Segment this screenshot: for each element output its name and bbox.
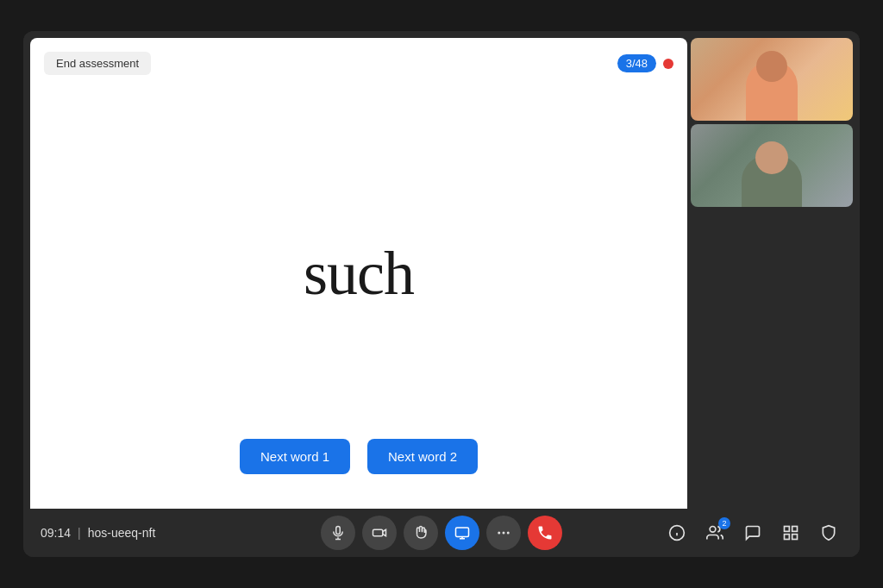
people-count-badge: 2 bbox=[718, 517, 730, 529]
main-content: End assessment 3/48 such Next word 1 Nex… bbox=[23, 31, 860, 509]
progress-badge: 3/48 bbox=[617, 54, 656, 72]
info-button[interactable] bbox=[663, 519, 691, 547]
action-buttons: Next word 1 Next word 2 bbox=[30, 439, 687, 474]
camera-icon bbox=[372, 525, 387, 541]
end-call-icon bbox=[536, 524, 554, 541]
more-options-button[interactable] bbox=[486, 516, 521, 550]
meeting-id: hos-ueeq-nft bbox=[88, 526, 156, 540]
svg-rect-3 bbox=[373, 529, 383, 536]
info-icon bbox=[668, 524, 686, 541]
svg-point-14 bbox=[710, 527, 716, 533]
end-call-button[interactable] bbox=[528, 516, 562, 550]
svg-point-10 bbox=[507, 532, 510, 535]
assessment-top-bar: End assessment 3/48 bbox=[44, 52, 673, 75]
video-panel bbox=[691, 38, 853, 207]
assessment-panel: End assessment 3/48 such Next word 1 Nex… bbox=[30, 38, 687, 509]
video-feed-child bbox=[691, 38, 853, 121]
toolbar-left: 09:14 | hos-ueeq-nft bbox=[41, 526, 155, 540]
toolbar: 09:14 | hos-ueeq-nft bbox=[23, 509, 860, 557]
svg-rect-18 bbox=[785, 535, 790, 540]
raise-hand-icon bbox=[413, 525, 429, 541]
svg-rect-16 bbox=[792, 527, 798, 532]
svg-point-8 bbox=[498, 532, 500, 535]
activities-icon bbox=[782, 524, 799, 541]
app-window: End assessment 3/48 such Next word 1 Nex… bbox=[23, 31, 860, 557]
svg-rect-15 bbox=[785, 527, 790, 532]
next-word-1-button[interactable]: Next word 1 bbox=[240, 439, 350, 474]
raise-hand-button[interactable] bbox=[404, 516, 438, 550]
svg-marker-4 bbox=[383, 529, 386, 536]
toolbar-divider: | bbox=[78, 526, 81, 540]
present-screen-icon bbox=[454, 525, 470, 541]
time-label: 09:14 bbox=[41, 526, 71, 540]
present-screen-button[interactable] bbox=[445, 516, 479, 550]
toolbar-center bbox=[321, 516, 562, 550]
more-options-icon bbox=[496, 525, 511, 541]
recording-dot bbox=[663, 59, 673, 69]
video-feed-adult bbox=[691, 124, 853, 207]
svg-rect-5 bbox=[456, 528, 469, 537]
safety-button[interactable] bbox=[815, 519, 842, 547]
svg-rect-17 bbox=[792, 535, 798, 540]
next-word-2-button[interactable]: Next word 2 bbox=[367, 439, 478, 474]
svg-point-9 bbox=[503, 532, 505, 535]
people-button[interactable]: 2 bbox=[701, 519, 729, 547]
end-assessment-button[interactable]: End assessment bbox=[44, 52, 151, 75]
microphone-icon bbox=[330, 525, 346, 541]
toolbar-right: 2 bbox=[663, 519, 842, 547]
current-word: such bbox=[304, 238, 414, 310]
activities-button[interactable] bbox=[777, 519, 805, 547]
chat-icon bbox=[744, 524, 761, 541]
safety-icon bbox=[820, 524, 837, 541]
mic-button[interactable] bbox=[321, 516, 355, 550]
progress-area: 3/48 bbox=[617, 54, 673, 72]
camera-button[interactable] bbox=[362, 516, 397, 550]
chat-button[interactable] bbox=[739, 519, 767, 547]
svg-rect-0 bbox=[336, 527, 341, 535]
